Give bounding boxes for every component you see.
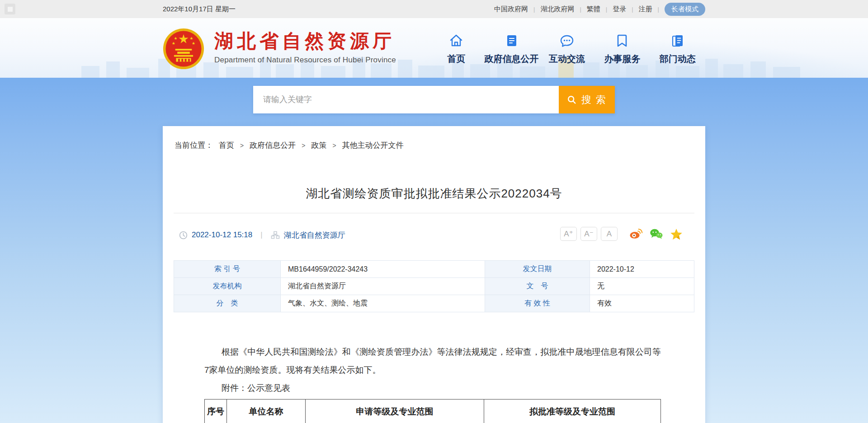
nav-item-home[interactable]: 首页	[429, 33, 484, 65]
title-divider	[174, 213, 694, 213]
info-category-value: 气象、水文、测绘、地震	[281, 295, 485, 312]
link-hubei-gov[interactable]: 湖北政府网	[540, 5, 574, 14]
info-doc-no-label: 文 号	[485, 278, 590, 295]
breadcrumb-home[interactable]: 首页	[219, 140, 234, 150]
publish-time: 2022-10-12 15:18	[192, 230, 252, 240]
nav-item-gov-info[interactable]: 政府信息公开	[484, 33, 539, 65]
info-doc-no-value: 无	[590, 278, 694, 295]
col-header-unit-name: 单位名称	[227, 400, 306, 423]
info-category-label: 分 类	[174, 295, 281, 312]
nav-label: 首页	[447, 53, 465, 65]
topbar-separator: |	[606, 6, 607, 13]
font-smaller-button[interactable]: A⁻	[580, 227, 597, 241]
info-validity-value: 有效	[590, 295, 694, 312]
info-validity-label: 有 效 性	[485, 295, 590, 312]
document-icon	[504, 33, 520, 49]
article-body: 根据《中华人民共和国测绘法》和《测绘资质管理办法》等法律法规规定，经审查，拟批准…	[204, 343, 661, 379]
page-title: 湖北省测绘资质审批拟批准结果公示2022034号	[174, 187, 694, 201]
info-index-label: 索 引 号	[174, 261, 281, 278]
nav-label: 办事服务	[604, 53, 640, 65]
col-header-applied-scope: 申请等级及专业范围	[306, 400, 484, 423]
info-index-value: MB1644959/2022-34243	[281, 261, 485, 278]
breadcrumb-other-public-docs[interactable]: 其他主动公开文件	[342, 140, 404, 150]
col-header-approved-scope: 拟批准等级及专业范围	[484, 400, 661, 423]
table-row: 分 类 气象、水文、测绘、地震 有 效 性 有效	[174, 295, 694, 312]
wechat-share-icon[interactable]	[650, 228, 663, 240]
bookmark-icon	[614, 33, 630, 49]
window-icon	[5, 4, 15, 14]
topbar-separator: |	[658, 6, 659, 13]
nav-label: 政府信息公开	[485, 53, 539, 65]
site-title: 湖北省自然资源厅	[214, 31, 396, 51]
nav-item-department-news[interactable]: 部门动态	[650, 33, 705, 65]
approval-result-table: 序号 单位名称 申请等级及专业范围 拟批准等级及专业范围	[204, 399, 661, 423]
national-emblem-logo	[163, 28, 204, 70]
qzone-share-icon[interactable]	[670, 228, 683, 240]
meta-separator: |	[260, 230, 262, 240]
attachment-line: 附件：公示意见表	[204, 379, 661, 397]
info-publisher-label: 发布机构	[174, 278, 281, 295]
top-utility-bar: 2022年10月17日 星期一 中国政府网 | 湖北政府网 | 繁體 | 登录 …	[0, 0, 868, 18]
article-meta: 2022-10-12 15:18 | 湖北省自然资源厅 A⁺ A⁻ A	[174, 228, 694, 242]
breadcrumb-prefix: 当前位置：	[175, 140, 213, 150]
content-card: 当前位置： 首页 > 政府信息公开 > 政策 > 其他主动公开文件 湖北省测绘资…	[163, 126, 705, 423]
link-login[interactable]: 登录	[613, 5, 626, 14]
chat-icon	[559, 33, 575, 49]
link-register[interactable]: 注册	[639, 5, 652, 14]
breadcrumb-policy[interactable]: 政策	[311, 140, 326, 150]
search-button[interactable]: 搜 索	[559, 86, 615, 113]
breadcrumb-separator: >	[240, 142, 244, 149]
search-input[interactable]	[253, 86, 559, 113]
site-title-english: Department of Natural Resources of Hubei…	[214, 56, 396, 65]
home-icon	[448, 33, 464, 49]
info-publisher-value: 湖北省自然资源厅	[281, 278, 485, 295]
current-date: 2022年10月17日 星期一	[163, 5, 236, 14]
breadcrumb-separator: >	[302, 142, 305, 149]
article-paragraph: 根据《中华人民共和国测绘法》和《测绘资质管理办法》等法律法规规定，经审查，拟批准…	[204, 343, 661, 379]
site-brand: 湖北省自然资源厅 Department of Natural Resources…	[214, 31, 396, 64]
table-row: 发布机构 湖北省自然资源厅 文 号 无	[174, 278, 694, 295]
breadcrumb-separator: >	[332, 142, 336, 149]
main-nav: 首页 政府信息公开 互动交流	[429, 31, 705, 65]
site-header: 湖北省自然资源厅 Department of Natural Resources…	[0, 18, 868, 78]
nav-label: 部门动态	[660, 53, 696, 65]
font-size-controls: A⁺ A⁻ A	[560, 227, 618, 241]
topbar-separator: |	[580, 6, 581, 13]
page-body: 搜 索 当前位置： 首页 > 政府信息公开 > 政策 > 其他主动公开文件 湖北…	[0, 78, 868, 423]
nav-item-services[interactable]: 办事服务	[594, 33, 650, 65]
link-china-gov[interactable]: 中国政府网	[494, 5, 528, 14]
breadcrumb-gov-info[interactable]: 政府信息公开	[250, 140, 296, 150]
elder-mode-button[interactable]: 长者模式	[665, 3, 705, 16]
nav-item-interaction[interactable]: 互动交流	[539, 33, 594, 65]
share-icons	[629, 228, 683, 240]
font-larger-button[interactable]: A⁺	[560, 227, 577, 241]
site-search: 搜 索	[253, 86, 615, 113]
search-button-label: 搜 索	[581, 93, 607, 107]
article-controls: A⁺ A⁻ A	[560, 227, 683, 241]
nav-label: 互动交流	[549, 53, 585, 65]
topbar-links: 中国政府网 | 湖北政府网 | 繁體 | 登录 | 注册 | 长者模式	[494, 3, 705, 16]
breadcrumb: 当前位置： 首页 > 政府信息公开 > 政策 > 其他主动公开文件	[175, 126, 694, 150]
info-issue-date-value: 2022-10-12	[590, 261, 694, 278]
search-icon	[567, 95, 577, 105]
font-reset-button[interactable]: A	[601, 227, 618, 241]
article-source[interactable]: 湖北省自然资源厅	[284, 230, 345, 240]
source-icon	[271, 230, 280, 240]
table-header-row: 序号 单位名称 申请等级及专业范围 拟批准等级及专业范围	[205, 400, 661, 423]
document-info-table: 索 引 号 MB1644959/2022-34243 发文日期 2022-10-…	[174, 260, 694, 312]
col-header-seq: 序号	[205, 400, 227, 423]
news-icon	[670, 33, 686, 49]
weibo-share-icon[interactable]	[629, 228, 643, 240]
topbar-separator: |	[632, 6, 633, 13]
table-row: 索 引 号 MB1644959/2022-34243 发文日期 2022-10-…	[174, 261, 694, 278]
clock-icon	[179, 231, 188, 240]
link-traditional-chinese[interactable]: 繁體	[587, 5, 600, 14]
topbar-separator: |	[533, 6, 535, 13]
info-issue-date-label: 发文日期	[485, 261, 590, 278]
